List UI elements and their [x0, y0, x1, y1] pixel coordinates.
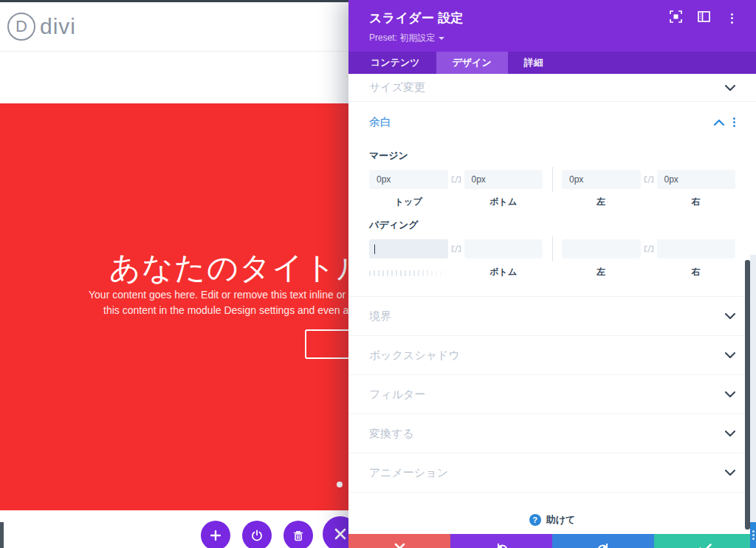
margin-left-input[interactable]: 0px — [562, 170, 641, 189]
link-values-icon[interactable] — [448, 245, 464, 253]
modal-header: スライダー 設定 Preset: 初期設定 — [348, 0, 756, 52]
section-animation[interactable]: アニメーション — [348, 453, 756, 493]
chevron-down-icon — [725, 391, 735, 397]
margin-bottom-input[interactable]: 0px — [464, 170, 543, 189]
link-values-icon[interactable] — [641, 245, 657, 253]
sidebar-layout-icon — [698, 11, 710, 25]
discard-button[interactable] — [348, 534, 450, 548]
text-cursor — [374, 244, 375, 254]
margin-top-input[interactable]: 0px — [369, 170, 448, 189]
check-icon — [699, 543, 712, 548]
section-sizing[interactable]: サイズ変更 — [348, 74, 756, 102]
section-spacing-header[interactable]: 余白 — [369, 102, 735, 142]
modal-tabbar: コンテンツ デザイン 詳細 — [348, 52, 756, 74]
padding-inputs-row — [369, 236, 735, 261]
padding-left-input[interactable] — [562, 239, 641, 258]
section-transform[interactable]: 変換する — [348, 414, 756, 453]
undo-button[interactable] — [450, 534, 552, 548]
divi-logo-icon: D — [7, 13, 35, 41]
section-animation-label: アニメーション — [369, 466, 448, 480]
save-button[interactable] — [654, 534, 756, 548]
margin-label: マージン — [369, 149, 735, 161]
chevron-down-icon — [725, 470, 735, 476]
margin-right-input[interactable]: 0px — [657, 170, 736, 189]
chevron-up-icon[interactable] — [714, 115, 724, 129]
power-icon — [251, 530, 263, 541]
section-filter[interactable]: フィルター — [348, 375, 756, 414]
divider — [552, 236, 553, 261]
preset-selector[interactable]: Preset: 初期設定 — [369, 32, 444, 44]
chevron-down-icon — [725, 313, 735, 319]
add-module-button[interactable] — [201, 521, 230, 548]
chevron-down-icon — [725, 431, 735, 436]
tab-design[interactable]: デザイン — [436, 52, 508, 74]
divi-logo: D divi — [7, 13, 76, 41]
delete-module-button[interactable] — [284, 521, 313, 548]
plus-icon — [210, 530, 221, 541]
margin-inputs-row: 0px 0px 0px 0px — [369, 167, 735, 192]
redo-icon — [597, 542, 610, 548]
section-filter-label: フィルター — [369, 388, 425, 402]
focus-expand-icon — [670, 10, 682, 26]
tab-advanced[interactable]: 詳細 — [508, 52, 560, 74]
help-label: 助けて — [546, 513, 576, 527]
redo-button[interactable] — [552, 534, 654, 548]
undo-icon — [495, 542, 508, 548]
margin-field-labels: トップ ボトム 左 右 — [369, 196, 735, 207]
scrollbar-thumb[interactable] — [745, 260, 750, 530]
slide-title[interactable]: あなたのタイトル — [109, 247, 369, 289]
padding-label: パディング — [369, 219, 735, 230]
link-values-icon[interactable] — [448, 176, 464, 183]
tab-content[interactable]: コンテンツ — [354, 52, 436, 74]
padding-field-labels: ボトム 左 右 — [369, 266, 735, 277]
section-box-shadow-label: ボックスシャドウ — [369, 349, 460, 363]
section-border-label: 境界 — [369, 309, 391, 323]
chevron-down-icon — [439, 37, 444, 40]
divider — [552, 167, 553, 192]
slide-body-line-2[interactable]: this content in the module Design settin… — [103, 304, 368, 316]
resize-grip-handle[interactable] — [750, 522, 756, 548]
section-transform-label: 変換する — [369, 427, 414, 441]
dock-modal-button[interactable] — [698, 12, 710, 24]
section-spacing: 余白 マージン 0px 0px 0px — [348, 102, 756, 297]
slider-settings-modal: スライダー 設定 Preset: 初期設定 — [348, 0, 756, 548]
preset-label: Preset: 初期設定 — [369, 32, 435, 44]
link-values-icon[interactable] — [641, 176, 657, 183]
modal-footer — [348, 534, 756, 548]
page-settings-bar-corner — [0, 522, 4, 548]
disable-module-button[interactable] — [242, 521, 272, 548]
padding-top-input[interactable] — [369, 239, 448, 258]
padding-left-label: 左 — [562, 266, 641, 278]
trash-icon — [293, 530, 303, 541]
divi-logo-text: divi — [40, 14, 76, 39]
padding-right-input[interactable] — [657, 239, 736, 258]
slide-body-line-1[interactable]: Your content goes here. Edit or remove t… — [89, 289, 374, 301]
margin-top-label: トップ — [369, 196, 448, 208]
kebab-menu-icon — [731, 13, 733, 24]
modal-menu-button[interactable] — [726, 12, 738, 24]
x-icon — [394, 543, 405, 548]
section-sizing-label: サイズ変更 — [369, 81, 425, 95]
chevron-down-icon — [725, 352, 735, 358]
close-icon — [334, 528, 346, 540]
margin-right-label: 右 — [657, 196, 736, 208]
padding-top-loading-stripes — [369, 270, 448, 276]
margin-left-label: 左 — [562, 196, 641, 208]
section-border[interactable]: 境界 — [348, 297, 756, 336]
section-box-shadow[interactable]: ボックスシャドウ — [348, 336, 756, 375]
slider-pagination-dot[interactable] — [337, 482, 343, 487]
margin-bottom-label: ボトム — [464, 196, 543, 208]
section-spacing-label: 余白 — [369, 115, 391, 129]
help-link[interactable]: ? 助けて — [348, 493, 756, 534]
expand-modal-button[interactable] — [670, 12, 682, 24]
chevron-down-icon — [725, 85, 735, 91]
spacing-options-menu-icon[interactable] — [733, 117, 735, 127]
scrollbar-track[interactable] — [750, 255, 756, 522]
padding-bottom-input[interactable] — [464, 239, 543, 258]
padding-right-label: 右 — [657, 266, 736, 278]
modal-body: サイズ変更 余白 マージン 0px — [348, 74, 756, 534]
help-question-icon: ? — [529, 514, 541, 526]
padding-bottom-label: ボトム — [464, 266, 543, 278]
